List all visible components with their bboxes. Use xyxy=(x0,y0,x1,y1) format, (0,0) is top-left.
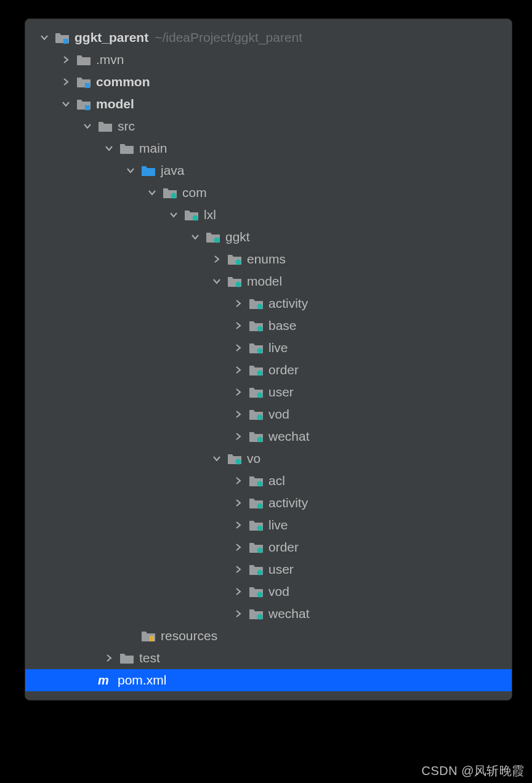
tree-row-vo[interactable]: vo xyxy=(25,448,512,470)
project-tree[interactable]: ggkt_parent~/ideaProject/ggkt_parent.mvn… xyxy=(25,26,512,691)
package-icon xyxy=(249,430,264,443)
chevron-right-icon xyxy=(233,321,243,331)
expand-arrow[interactable] xyxy=(38,31,51,44)
svg-point-16 xyxy=(257,481,263,487)
expand-arrow[interactable] xyxy=(124,164,137,177)
tree-row-acl[interactable]: acl xyxy=(25,470,512,492)
tree-row-common[interactable]: common xyxy=(25,71,512,93)
tree-item-label: live xyxy=(268,340,288,355)
expand-arrow[interactable] xyxy=(232,408,245,421)
tree-row-base[interactable]: base xyxy=(25,315,512,337)
expand-arrow[interactable] xyxy=(210,275,224,288)
tree-item-label: order xyxy=(268,540,299,555)
tree-row-live[interactable]: live xyxy=(25,514,512,536)
expand-arrow[interactable] xyxy=(232,585,245,598)
expand-arrow[interactable] xyxy=(232,518,245,532)
expand-arrow[interactable] xyxy=(232,297,245,310)
tree-item-label: activity xyxy=(268,496,308,510)
svg-point-13 xyxy=(257,415,263,420)
tree-row--mvn[interactable]: .mvn xyxy=(25,49,512,71)
chevron-down-icon xyxy=(83,121,92,131)
tree-row-com[interactable]: com xyxy=(25,182,512,204)
expand-arrow[interactable] xyxy=(232,474,245,488)
expand-arrow[interactable] xyxy=(232,430,245,443)
expand-arrow[interactable] xyxy=(210,252,224,266)
svg-point-6 xyxy=(236,260,241,265)
tree-row-wechat[interactable]: wechat xyxy=(25,425,512,448)
tree-row-user[interactable]: user xyxy=(25,558,512,580)
expand-arrow[interactable] xyxy=(145,186,159,199)
tree-row-lxl[interactable]: lxl xyxy=(25,204,512,226)
tree-row-resources[interactable]: resources xyxy=(25,625,512,647)
tree-item-label: user xyxy=(268,385,294,400)
tree-row-live[interactable]: live xyxy=(25,337,512,359)
chevron-right-icon xyxy=(104,653,114,663)
svg-point-4 xyxy=(193,215,198,221)
tree-row-ggkt[interactable]: ggkt xyxy=(25,226,512,248)
chevron-right-icon xyxy=(61,77,71,87)
tree-item-label: lxl xyxy=(204,207,216,222)
package-icon xyxy=(249,518,264,532)
tree-item-label: vod xyxy=(268,407,289,422)
svg-point-18 xyxy=(257,526,263,531)
folder-icon xyxy=(76,53,91,66)
package-icon xyxy=(249,540,264,554)
expand-arrow[interactable] xyxy=(232,319,245,332)
expand-arrow[interactable] xyxy=(232,607,245,620)
chevron-right-icon xyxy=(233,365,243,375)
expand-arrow[interactable] xyxy=(102,142,116,155)
tree-item-label: .mvn xyxy=(96,52,124,67)
svg-rect-2 xyxy=(85,105,90,110)
tree-item-label: user xyxy=(268,562,294,577)
tree-row-vod[interactable]: vod xyxy=(25,580,512,603)
folder-icon xyxy=(98,119,113,133)
tree-row-ggkt-parent[interactable]: ggkt_parent~/ideaProject/ggkt_parent xyxy=(25,26,512,49)
tree-item-label: pom.xml xyxy=(118,673,166,688)
expand-arrow[interactable] xyxy=(232,540,245,554)
tree-item-label: acl xyxy=(268,473,285,488)
expand-arrow[interactable] xyxy=(232,563,245,576)
expand-arrow[interactable] xyxy=(59,97,73,111)
tree-row-activity[interactable]: activity xyxy=(25,492,512,514)
tree-row-wechat[interactable]: wechat xyxy=(25,603,512,625)
tree-row-java[interactable]: java xyxy=(25,159,512,182)
expand-arrow[interactable] xyxy=(232,385,245,399)
expand-arrow[interactable] xyxy=(232,363,245,377)
expand-arrow[interactable] xyxy=(59,75,73,89)
tree-row-model[interactable]: model xyxy=(25,270,512,292)
package-icon xyxy=(206,230,220,244)
tree-item-label: common xyxy=(96,74,150,89)
chevron-right-icon xyxy=(233,564,243,574)
expand-arrow[interactable] xyxy=(210,452,224,465)
tree-item-label: vod xyxy=(268,584,289,599)
tree-row-test[interactable]: test xyxy=(25,647,512,669)
tree-row-pom-xml[interactable]: mpom.xml xyxy=(25,669,512,691)
tree-item-label: java xyxy=(161,163,185,178)
tree-row-user[interactable]: user xyxy=(25,381,512,403)
expand-arrow[interactable] xyxy=(232,496,245,510)
tree-row-vod[interactable]: vod xyxy=(25,403,512,425)
chevron-right-icon xyxy=(233,387,243,397)
tree-row-order[interactable]: order xyxy=(25,536,512,558)
project-tree-panel[interactable]: ggkt_parent~/ideaProject/ggkt_parent.mvn… xyxy=(25,18,512,701)
tree-item-label: live xyxy=(268,518,288,532)
tree-row-enums[interactable]: enums xyxy=(25,248,512,270)
svg-rect-0 xyxy=(63,39,68,44)
chevron-down-icon xyxy=(190,232,200,242)
tree-item-label: ggkt xyxy=(225,230,250,244)
expand-arrow[interactable] xyxy=(59,53,73,66)
chevron-right-icon xyxy=(233,476,243,486)
tree-row-order[interactable]: order xyxy=(25,359,512,381)
tree-row-model[interactable]: model xyxy=(25,93,512,115)
expand-arrow[interactable] xyxy=(188,230,202,244)
tree-row-main[interactable]: main xyxy=(25,137,512,159)
expand-arrow[interactable] xyxy=(167,208,180,222)
expand-arrow[interactable] xyxy=(81,119,94,133)
tree-item-label: test xyxy=(139,651,160,665)
tree-row-src[interactable]: src xyxy=(25,115,512,137)
svg-point-5 xyxy=(214,238,220,243)
tree-row-activity[interactable]: activity xyxy=(25,292,512,315)
expand-arrow[interactable] xyxy=(232,341,245,355)
svg-point-8 xyxy=(257,304,263,310)
expand-arrow[interactable] xyxy=(102,651,116,665)
